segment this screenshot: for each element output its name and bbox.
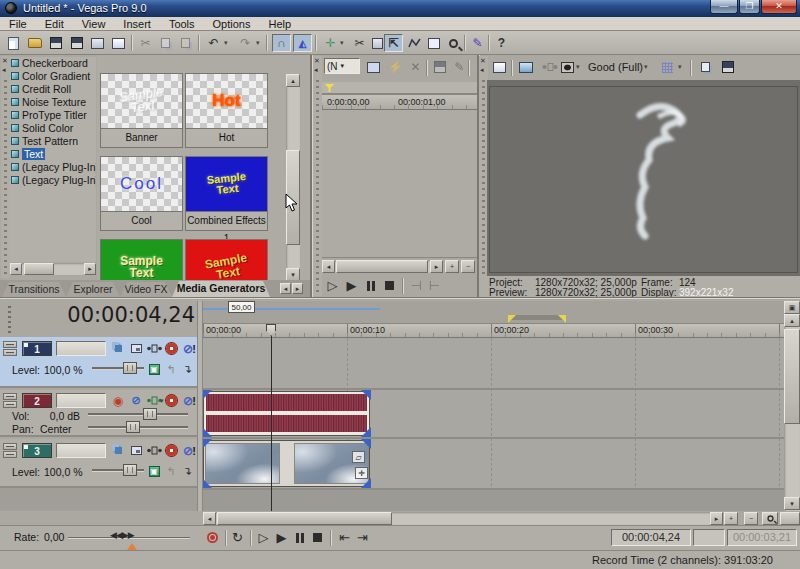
menu-file[interactable]: File [0, 18, 36, 30]
save-snapshot-button[interactable] [718, 58, 737, 76]
render-as-button[interactable] [67, 34, 86, 52]
record-arm-button[interactable]: ◉ [110, 393, 126, 408]
pause-button[interactable] [291, 529, 308, 546]
track-motion-button[interactable] [128, 341, 144, 356]
scroll-up-arrow[interactable]: ▴ [784, 314, 800, 327]
trimmer-ruler[interactable]: 0:00:00,00 00:00:01,00 [322, 94, 477, 110]
timeline-ruler[interactable]: 00:00:00 00:00:10 00:00:20 00:00:30 [203, 323, 784, 338]
edit-details-button[interactable] [109, 34, 128, 52]
paste-button[interactable] [176, 34, 195, 52]
make-child-button[interactable]: ↴ [179, 362, 195, 377]
normal-edit-tool-button[interactable]: ⇱ [384, 34, 403, 52]
external-monitor-button[interactable] [516, 58, 535, 76]
video-event[interactable]: ▱ ✛ [203, 440, 370, 487]
auto-ripple-toggle-button[interactable]: ◭ [293, 34, 312, 52]
preset-combined-effects[interactable]: Sample Text Combined Effects 1 [185, 156, 268, 231]
marker-flag-icon[interactable] [325, 84, 334, 92]
split-view-dropdown[interactable]: ▾ [576, 63, 580, 71]
trimmer-marker-bar[interactable] [322, 82, 477, 94]
pin-icon[interactable]: ◂ [480, 66, 484, 74]
menu-tools[interactable]: Tools [160, 18, 204, 30]
split-screen-view-button[interactable] [558, 58, 577, 76]
pan-slider[interactable] [88, 421, 188, 433]
track-header-3[interactable]: 3 ⊘ ! Level: 100,0 % ▣ ↰ ↴ [0, 439, 197, 488]
loop-start-marker[interactable] [508, 315, 516, 323]
pin-icon[interactable]: ◂ [314, 66, 318, 74]
tab-media-generators[interactable]: Media Generators [172, 281, 270, 297]
delete-keyframe-button[interactable]: ✕ [406, 58, 425, 76]
scroll-left-arrow[interactable]: ◂ [322, 260, 335, 273]
list-item[interactable]: Credit Roll [10, 83, 96, 96]
menu-view[interactable]: View [73, 18, 115, 30]
track-motion-button[interactable] [128, 443, 144, 458]
tab-video-fx[interactable]: Video FX [120, 282, 172, 297]
scroll-right-arrow[interactable]: ▸ [430, 260, 443, 273]
left-window-grip[interactable]: ✕ ◂ [1, 56, 10, 278]
tab-scroll-left[interactable]: ◂ [280, 283, 291, 294]
loop-playback-button[interactable]: ↻ [229, 529, 246, 546]
scroll-right-arrow[interactable]: ▸ [710, 512, 723, 525]
preset-banner[interactable]: Sample Text Banner [100, 73, 183, 148]
redo-dropdown[interactable]: ▾ [256, 39, 260, 47]
track-fx-button[interactable] [146, 341, 162, 356]
timeline-workspace[interactable]: ▱ ✛ [203, 338, 784, 511]
track-name-field[interactable] [56, 443, 106, 458]
preset-cool[interactable]: Cool Cool [100, 156, 183, 231]
record-button[interactable] [204, 529, 221, 546]
list-item[interactable]: Test Pattern [10, 135, 96, 148]
go-to-start-button[interactable]: ⇤ [336, 529, 353, 546]
trimmer-pause-button[interactable] [362, 277, 379, 294]
menu-help[interactable]: Help [259, 18, 300, 30]
preset-scroll-thumb[interactable] [286, 150, 300, 245]
split-button[interactable]: ✂ [350, 34, 369, 52]
rate-slider-thumb[interactable]: ◀◀▶▶ [110, 530, 134, 540]
parent-composite-button[interactable]: ▣ [146, 362, 162, 377]
edit-preset-button[interactable]: ✎ [450, 58, 469, 76]
redo-button[interactable]: ↷ [236, 34, 255, 52]
current-time-display[interactable]: 00:00:04,24 [30, 303, 195, 327]
automation-settings-button[interactable] [163, 393, 179, 408]
list-item[interactable]: Color Gradient [10, 70, 96, 83]
zoom-in-button[interactable]: + [445, 260, 459, 273]
stop-button[interactable] [309, 529, 326, 546]
list-item[interactable]: Checkerboard [10, 57, 96, 70]
list-item-selected[interactable]: Text [10, 148, 96, 161]
track-height-buttons[interactable] [3, 341, 18, 357]
menu-insert[interactable]: Insert [114, 18, 160, 30]
menu-options[interactable]: Options [204, 18, 260, 30]
trimmer-play-from-start-button[interactable]: ▷ [324, 277, 341, 294]
track-height-buttons[interactable] [3, 443, 18, 459]
zoom-edit-tool-button[interactable] [444, 34, 463, 52]
make-parent-button[interactable]: ↰ [163, 464, 179, 479]
timeline-hscroll-thumb[interactable] [217, 512, 392, 525]
quality-dropdown[interactable]: ▾ [644, 63, 648, 71]
close-icon[interactable]: ✕ [2, 57, 8, 65]
zoom-out-time-button[interactable]: − [744, 512, 758, 525]
copy-snapshot-button[interactable] [696, 58, 715, 76]
project-properties-button[interactable] [88, 34, 107, 52]
scroll-left-arrow[interactable]: ◂ [203, 512, 216, 525]
list-item[interactable]: (Legacy Plug-In) T [10, 161, 96, 174]
loop-end-marker[interactable] [558, 315, 566, 323]
trimmer-play-button[interactable]: ▶ [343, 277, 360, 294]
compositing-mode-button[interactable] [110, 443, 126, 458]
snap-toggle-button[interactable]: ∩ [272, 34, 291, 52]
level-slider[interactable] [92, 464, 144, 476]
middle-window-grip[interactable]: ✕ ◂ [313, 56, 322, 296]
scroll-thumb[interactable] [24, 263, 54, 275]
selection-length-field[interactable] [693, 529, 725, 546]
trimmer-workspace[interactable] [322, 110, 477, 258]
trimmer-scroll-thumb[interactable] [336, 260, 428, 273]
zoom-out-button[interactable]: − [461, 260, 475, 273]
automation-dropdown[interactable]: ▾ [340, 39, 344, 47]
video-output-fx-button[interactable] [540, 58, 559, 76]
copy-button[interactable] [156, 34, 175, 52]
compositing-mode-button[interactable] [110, 341, 126, 356]
trim-end-button[interactable]: ⊢ [426, 277, 443, 294]
cursor-time-field[interactable]: 00:00:04,24 [611, 529, 691, 546]
preset-red[interactable]: Sample Text [185, 239, 268, 281]
list-item[interactable]: Noise Texture [10, 96, 96, 109]
timeline-grip[interactable] [8, 305, 11, 333]
tab-transitions[interactable]: Transitions [2, 282, 66, 297]
insert-keyframe-button[interactable]: ⚡ [386, 58, 405, 76]
